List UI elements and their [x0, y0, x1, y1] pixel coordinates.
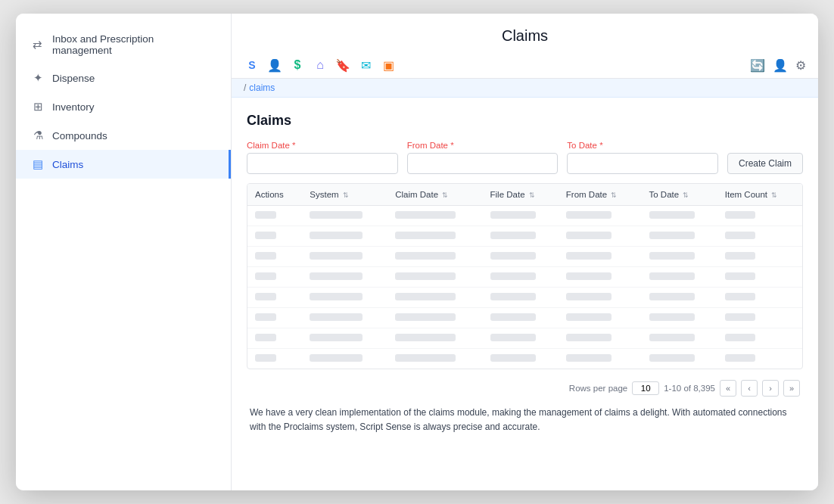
toolbar-mail-icon[interactable]: ✉: [357, 57, 374, 73]
toolbar-box-icon[interactable]: ▣: [380, 57, 397, 73]
first-page-button[interactable]: «: [720, 380, 736, 397]
filter-row: Claim Date * From Date * To Date *: [247, 141, 803, 174]
sidebar: ⇄ Inbox and Prescription management ✦ Di…: [16, 14, 232, 490]
sidebar-item-claims[interactable]: ▤ Claims: [16, 150, 231, 179]
sidebar-item-inventory[interactable]: ⊞ Inventory: [16, 92, 231, 121]
page-title: Claims: [232, 14, 818, 52]
sidebar-item-label: Compounds: [52, 130, 107, 142]
col-item-count[interactable]: Item Count ⇅: [717, 184, 802, 206]
table-row: [247, 328, 802, 349]
next-page-button[interactable]: ›: [762, 380, 779, 397]
compounds-icon: ⚗: [31, 129, 45, 142]
to-date-field: To Date *: [567, 141, 718, 174]
toolbar-bookmark-icon[interactable]: 🔖: [335, 57, 351, 73]
table-row: [247, 206, 802, 226]
settings-icon[interactable]: ⚙: [795, 58, 806, 73]
dispense-icon: ✦: [31, 71, 45, 85]
pagination: Rows per page 10 1-10 of 8,395 « ‹ › »: [247, 375, 803, 397]
claim-date-field: Claim Date *: [247, 141, 398, 174]
sidebar-item-label: Dispense: [52, 73, 95, 84]
breadcrumb-separator: /: [244, 82, 246, 93]
toolbar-home-icon[interactable]: ⌂: [312, 57, 328, 73]
table-row: [247, 288, 802, 308]
toolbar: S 👤 $ ⌂ 🔖 ✉ ▣ 🔄 👤 ⚙: [232, 52, 818, 79]
table-row: [247, 349, 802, 369]
col-from-date[interactable]: From Date ⇅: [559, 184, 642, 206]
sidebar-item-inbox[interactable]: ⇄ Inbox and Prescription management: [16, 26, 231, 64]
inventory-icon: ⊞: [31, 100, 45, 114]
claim-date-required: *: [290, 141, 296, 150]
table-row: [247, 247, 802, 267]
prev-page-button[interactable]: ‹: [741, 380, 758, 397]
content-heading: Claims: [247, 113, 803, 129]
toolbar-user-icon[interactable]: 👤: [266, 57, 283, 73]
sidebar-item-label: Claims: [52, 159, 83, 170]
rows-per-page-label: Rows per page: [569, 384, 627, 393]
inbox-icon: ⇄: [31, 38, 45, 51]
claims-icon: ▤: [31, 157, 45, 171]
account-icon[interactable]: 👤: [773, 58, 788, 73]
table-row: [247, 226, 802, 247]
refresh-icon[interactable]: 🔄: [750, 58, 765, 73]
sidebar-item-dispense[interactable]: ✦ Dispense: [16, 64, 231, 92]
toolbar-icons-left: S 👤 $ ⌂ 🔖 ✉ ▣: [244, 57, 397, 73]
col-claim-date[interactable]: Claim Date ⇅: [387, 184, 482, 206]
sidebar-item-label: Inbox and Prescription management: [52, 33, 216, 56]
col-to-date[interactable]: To Date ⇅: [642, 184, 717, 206]
from-date-label: From Date *: [407, 141, 559, 150]
from-date-input[interactable]: [407, 153, 559, 174]
content-area: Claims Claim Date * From Date *: [232, 98, 818, 490]
sidebar-item-compounds[interactable]: ⚗ Compounds: [16, 121, 231, 150]
sidebar-item-label: Inventory: [52, 101, 95, 113]
toolbar-dollar-icon[interactable]: $: [289, 57, 306, 73]
claim-date-input[interactable]: [247, 153, 398, 174]
table-row: [247, 308, 802, 328]
breadcrumb: / claims: [232, 79, 818, 98]
col-actions: Actions: [247, 184, 302, 206]
toolbar-icons-right: 🔄 👤 ⚙: [750, 58, 806, 73]
to-date-input[interactable]: [567, 153, 718, 174]
last-page-button[interactable]: »: [783, 380, 800, 397]
from-date-field: From Date *: [407, 141, 559, 174]
rows-per-page-input[interactable]: 10: [632, 381, 659, 395]
col-system[interactable]: System ⇅: [302, 184, 387, 206]
claim-date-label: Claim Date *: [247, 141, 398, 150]
table-header-row: Actions System ⇅ Claim Date ⇅ File Date …: [247, 184, 802, 206]
toolbar-s-icon[interactable]: S: [244, 57, 260, 73]
create-claim-button[interactable]: Create Claim: [727, 153, 803, 174]
to-date-label: To Date *: [567, 141, 718, 150]
main-content: Claims S 👤 $ ⌂ 🔖 ✉ ▣ 🔄 👤 ⚙ / claims: [232, 14, 818, 490]
pagination-range: 1-10 of 8,395: [664, 384, 715, 393]
footer-description: We have a very clean implementation of t…: [247, 397, 803, 437]
col-file-date[interactable]: File Date ⇅: [483, 184, 559, 206]
app-window: ⇄ Inbox and Prescription management ✦ Di…: [16, 14, 818, 490]
table-row: [247, 267, 802, 288]
claims-table: Actions System ⇅ Claim Date ⇅ File Date …: [247, 183, 803, 369]
breadcrumb-current[interactable]: claims: [249, 82, 275, 93]
